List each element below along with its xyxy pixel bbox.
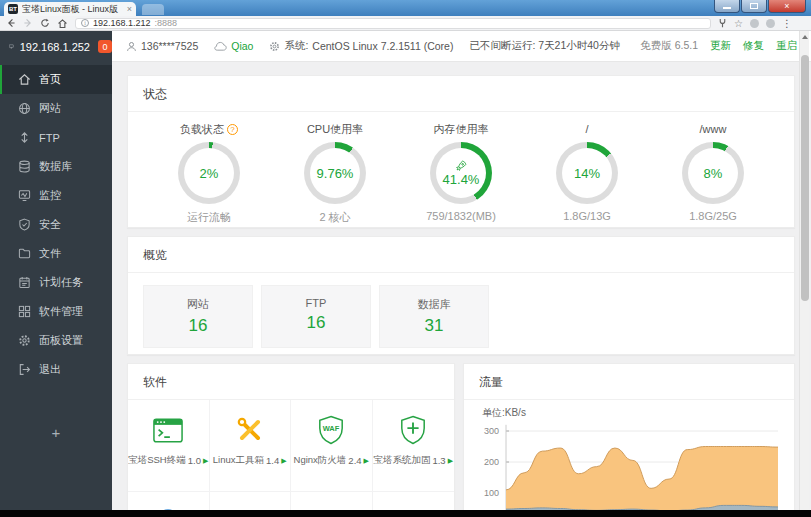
main-content: 状态 负载状态? 2% 运行流畅 CPU使用率 9.76% 2 核心 内存使用率…	[112, 62, 799, 517]
gauge-cpu: CPU使用率 9.76% 2 核心	[275, 121, 395, 225]
overview-databases[interactable]: 数据库 31	[379, 285, 489, 348]
uptime-text: 已不间断运行: 7天21小时40分钟	[469, 39, 620, 53]
reload-icon[interactable]	[40, 18, 50, 28]
window-maximize-button[interactable]	[741, 0, 767, 13]
sidebar-item-files[interactable]: 文件	[0, 239, 112, 268]
status-title: 状态	[128, 76, 794, 112]
svg-text:100: 100	[484, 488, 499, 498]
tab-close-icon[interactable]: ×	[127, 4, 132, 14]
repair-button[interactable]: 修复	[743, 39, 764, 53]
open-arrow-icon: ▶	[203, 457, 208, 465]
traffic-card: 流量 单位:KB/s 300200100	[463, 363, 795, 517]
scroll-up-icon[interactable]	[802, 35, 808, 39]
home-icon[interactable]	[57, 18, 68, 29]
software-item-system-hardening[interactable]: 宝塔系统加固1.3▶	[373, 400, 455, 492]
gear-icon	[269, 41, 280, 52]
extension-icon[interactable]	[750, 19, 759, 28]
software-item-ssh-terminal[interactable]: 宝塔SSH终端1.0▶	[128, 400, 210, 492]
restart-button[interactable]: 重启	[776, 39, 797, 53]
gauge-memory: 内存使用率 41.4% 759/1832(MB)	[401, 121, 521, 225]
traffic-title: 流量	[464, 364, 794, 400]
apps-icon	[18, 305, 31, 318]
sidebar-item-security[interactable]: 安全	[0, 210, 112, 239]
page-scrollbar[interactable]	[799, 31, 809, 517]
server-ip: 192.168.1.252	[20, 41, 90, 53]
help-icon[interactable]: ?	[227, 124, 238, 135]
bookmark-star-icon[interactable]: ☆	[734, 18, 743, 29]
traffic-chart: 300200100	[472, 419, 784, 517]
browser-titlebar: BT 宝塔Linux面板 - Linux版 × ×	[0, 0, 811, 16]
sidebar-item-monitor[interactable]: 监控	[0, 181, 112, 210]
status-card: 状态 负载状态? 2% 运行流畅 CPU使用率 9.76% 2 核心 内存使用率…	[127, 75, 795, 228]
sidebar-item-software[interactable]: 软件管理	[0, 297, 112, 326]
sidebar-item-database[interactable]: 数据库	[0, 152, 112, 181]
taskbar-edge	[0, 510, 811, 517]
overview-websites[interactable]: 网站 16	[143, 285, 253, 348]
software-item-nginx-waf[interactable]: WAF Nginx防火墙2.4▶	[291, 400, 373, 492]
waf-shield-icon: WAF	[317, 412, 345, 448]
back-icon[interactable]	[6, 18, 16, 28]
plugin-icon[interactable]	[718, 18, 727, 28]
rocket-icon[interactable]	[455, 160, 467, 172]
window-close-button[interactable]: ×	[768, 0, 806, 13]
shield-icon	[18, 218, 31, 231]
browser-addressbar: i 192.168.1.212:8888 ☆ ⋮	[0, 16, 811, 31]
sidebar: 首页 网站 FTP 数据库 监控 安全 文件 计划任务 软件管理 面板设置 退出…	[0, 62, 112, 517]
browser-menu-icon[interactable]: ⋮	[782, 18, 792, 29]
url-port: :8888	[155, 18, 178, 28]
extension-icon[interactable]	[766, 19, 775, 28]
panel-header: 192.168.1.252 0 136****7525 Qiao 系统: Cen…	[0, 31, 811, 62]
overview-card: 概览 网站 16 FTP 16 数据库 31	[127, 236, 795, 355]
new-tab-button[interactable]	[142, 4, 164, 15]
software-card: 软件 宝塔SSH终端1.0▶ Linux工具箱1.4▶ WAF	[127, 363, 455, 517]
globe-icon	[18, 102, 31, 115]
tools-icon	[236, 412, 264, 448]
sidebar-item-logout[interactable]: 退出	[0, 355, 112, 384]
page-info-icon[interactable]: i	[81, 19, 89, 27]
bt-favicon: BT	[8, 4, 18, 14]
browser-tab[interactable]: BT 宝塔Linux面板 - Linux版 ×	[4, 2, 136, 16]
system-info: 系统: CentOS Linux 7.2.1511 (Core)	[269, 39, 453, 53]
message-count-badge[interactable]: 0	[98, 40, 112, 53]
url-host: 192.168.1.212	[93, 18, 151, 28]
shield-plus-icon	[399, 412, 427, 448]
user-icon	[126, 41, 137, 52]
sidebar-add-button[interactable]: +	[0, 424, 112, 441]
panel-version: 免费版 6.5.1	[640, 39, 698, 53]
url-input[interactable]: i 192.168.1.212:8888	[75, 18, 711, 29]
home-icon	[18, 73, 31, 86]
overview-title: 概览	[128, 237, 794, 273]
software-item-linux-toolbox[interactable]: Linux工具箱1.4▶	[210, 400, 292, 492]
folder-icon	[18, 247, 31, 260]
window-minimize-button[interactable]	[714, 0, 740, 13]
software-title: 软件	[128, 364, 454, 400]
open-arrow-icon: ▶	[281, 457, 286, 465]
svg-text:300: 300	[484, 426, 499, 436]
open-arrow-icon: ▶	[364, 457, 369, 465]
logout-icon	[18, 363, 31, 376]
server-ip-block[interactable]: 192.168.1.252 0	[0, 31, 112, 62]
gauge-www-disk: /www 8% 1.8G/25G	[653, 121, 773, 225]
server-monitor-icon	[9, 41, 14, 52]
sidebar-item-website[interactable]: 网站	[0, 94, 112, 123]
monitor-icon	[18, 189, 31, 202]
scrollbar-thumb[interactable]	[801, 55, 809, 301]
qq-icon	[214, 41, 227, 52]
tab-title: 宝塔Linux面板 - Linux版	[22, 3, 123, 16]
forward-icon[interactable]	[23, 18, 33, 28]
gear-icon	[18, 334, 31, 347]
terminal-icon	[153, 412, 183, 448]
sidebar-item-ftp[interactable]: FTP	[0, 123, 112, 152]
sidebar-item-cron[interactable]: 计划任务	[0, 268, 112, 297]
traffic-unit-label: 单位:KB/s	[464, 400, 794, 419]
sidebar-item-settings[interactable]: 面板设置	[0, 326, 112, 355]
gauge-root-disk: / 14% 1.8G/13G	[527, 121, 647, 225]
qq-account[interactable]: Qiao	[214, 40, 253, 52]
svg-text:200: 200	[484, 457, 499, 467]
update-button[interactable]: 更新	[710, 39, 731, 53]
svg-text:WAF: WAF	[323, 424, 340, 433]
sidebar-item-home[interactable]: 首页	[0, 65, 112, 94]
open-arrow-icon: ▶	[448, 457, 453, 465]
overview-ftp[interactable]: FTP 16	[261, 285, 371, 348]
bound-phone[interactable]: 136****7525	[126, 40, 198, 52]
